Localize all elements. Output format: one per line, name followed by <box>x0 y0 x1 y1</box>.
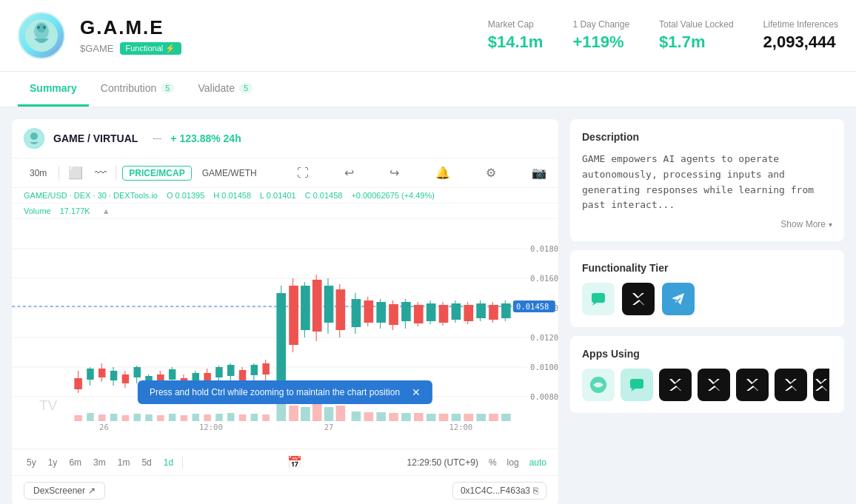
camera-btn[interactable]: 📷 <box>532 166 546 180</box>
svg-rect-128 <box>489 414 498 421</box>
inferences-label: Lifetime Inferences <box>763 19 838 30</box>
svg-rect-115 <box>324 407 334 421</box>
app-icon-5[interactable] <box>736 369 769 401</box>
fullscreen-btn[interactable]: ⛶ <box>297 167 309 180</box>
apps-title: Apps Using <box>582 348 832 360</box>
volume-label: Volume <box>24 206 51 215</box>
time-1m[interactable]: 1m <box>115 456 133 469</box>
svg-rect-87 <box>464 305 473 321</box>
svg-text:0.008000: 0.008000 <box>530 392 558 401</box>
dexscreener-button[interactable]: DexScreener ↗ <box>24 482 105 500</box>
app-icon-partial[interactable] <box>813 369 829 401</box>
svg-rect-99 <box>133 414 140 421</box>
chart-footer: DexScreener ↗ 0x1C4C...F463a3 ⎘ <box>12 475 558 504</box>
day-change-label: 1 Day Change <box>572 19 629 30</box>
svg-rect-96 <box>98 414 105 421</box>
svg-rect-94 <box>74 415 82 421</box>
tab-summary[interactable]: Summary <box>18 72 89 107</box>
time-6m[interactable]: 6m <box>66 456 84 469</box>
auto-btn[interactable]: auto <box>529 457 546 468</box>
svg-text:0.01600: 0.01600 <box>530 274 558 283</box>
description-text: GAME empowers AI agents to operate auton… <box>582 152 832 213</box>
chart-header: GAME / VIRTUAL --- + 123.88% 24h <box>12 119 558 158</box>
header-stats: Market Cap $14.1m 1 Day Change +119% Tot… <box>488 19 838 52</box>
tab-contribution[interactable]: Contribution 5 <box>89 72 187 107</box>
tooltip-close-btn[interactable]: ✕ <box>412 386 421 398</box>
svg-point-6 <box>30 132 38 140</box>
game-weth-btn[interactable]: GAME/WETH <box>198 167 261 180</box>
scroll-up-btn[interactable]: ▲ <box>102 206 110 215</box>
svg-text:0.01200: 0.01200 <box>530 333 558 342</box>
tab-validate[interactable]: Validate 5 <box>186 72 264 107</box>
description-title: Description <box>582 131 832 143</box>
svg-rect-107 <box>227 413 234 421</box>
undo-btn[interactable]: ↩ <box>344 166 354 180</box>
ohlc-close: C 0.01458 <box>305 191 343 200</box>
description-card: Description GAME empowers AI agents to o… <box>570 119 844 241</box>
svg-rect-112 <box>289 406 298 421</box>
svg-rect-127 <box>476 414 486 421</box>
svg-rect-27 <box>98 369 105 377</box>
log-btn[interactable]: log <box>507 457 519 468</box>
alert-btn[interactable]: 🔔 <box>435 166 450 180</box>
svg-rect-111 <box>276 403 286 421</box>
contract-address: 0x1C4C...F463a3 <box>461 485 530 496</box>
svg-rect-102 <box>169 414 175 421</box>
price-mcap-btn[interactable]: PRICE/MCAP <box>122 166 191 181</box>
svg-rect-79 <box>414 305 424 323</box>
app-icon-2[interactable] <box>621 369 653 401</box>
time-5d[interactable]: 5d <box>138 456 154 469</box>
chart-pair: GAME / VIRTUAL <box>53 132 138 144</box>
svg-rect-47 <box>215 367 222 377</box>
tier-icon-x[interactable] <box>622 283 655 315</box>
svg-rect-81 <box>427 303 436 321</box>
right-panel: Description GAME empowers AI agents to o… <box>570 119 844 504</box>
page-header: G.A.M.E $GAME Functional ⚡ Market Cap $1… <box>0 0 856 72</box>
svg-rect-69 <box>352 299 361 327</box>
svg-rect-101 <box>157 415 164 421</box>
svg-rect-116 <box>336 406 346 421</box>
svg-marker-138 <box>592 303 597 306</box>
svg-rect-39 <box>169 369 175 380</box>
svg-marker-141 <box>631 389 635 392</box>
contract-button[interactable]: 0x1C4C...F463a3 ⎘ <box>452 482 546 500</box>
badge-label: Functional ⚡ <box>126 44 176 53</box>
stat-inferences: Lifetime Inferences 2,093,444 <box>763 19 838 52</box>
dexscreener-label: DexScreener <box>33 485 85 496</box>
tier-icon-chat[interactable] <box>582 283 615 315</box>
timeframe-btn[interactable]: 30m <box>24 166 53 181</box>
project-ticker: $GAME <box>80 43 114 54</box>
svg-rect-129 <box>501 414 511 421</box>
project-title: G.A.M.E <box>80 16 473 39</box>
time-1y[interactable]: 1y <box>45 456 61 469</box>
svg-rect-104 <box>193 414 199 421</box>
svg-rect-137 <box>592 293 605 303</box>
show-more-button[interactable]: Show More ▾ <box>582 219 832 229</box>
svg-rect-89 <box>476 303 486 318</box>
svg-rect-119 <box>376 412 386 421</box>
chart-type-indicator[interactable]: 〰 <box>92 165 110 181</box>
percent-btn[interactable]: % <box>489 457 497 468</box>
day-change-value: +119% <box>572 33 629 52</box>
app-icon-3[interactable] <box>659 369 692 401</box>
time-3m[interactable]: 3m <box>90 456 109 469</box>
market-cap-value: $14.1m <box>488 33 544 52</box>
app-icon-6[interactable] <box>775 369 807 401</box>
time-5y[interactable]: 5y <box>24 456 39 469</box>
redo-btn[interactable]: ↪ <box>389 166 399 180</box>
calendar-icon[interactable]: 📅 <box>287 455 302 469</box>
time-1d[interactable]: 1d <box>161 456 176 469</box>
chart-type-candle[interactable]: ⬜ <box>65 164 86 181</box>
tab-contribution-badge: 5 <box>161 83 174 93</box>
app-icon-1[interactable] <box>582 369 615 401</box>
market-cap-label: Market Cap <box>488 19 544 30</box>
svg-rect-73 <box>376 302 386 323</box>
tier-icon-telegram[interactable] <box>662 283 695 315</box>
app-icon-4[interactable] <box>698 369 730 401</box>
tvl-label: Total Value Locked <box>659 19 734 30</box>
settings-btn[interactable]: ⚙ <box>486 166 496 180</box>
svg-rect-85 <box>452 303 461 320</box>
tab-contribution-label: Contribution <box>101 82 157 94</box>
chart-svg-area[interactable]: 0.01800 0.01600 0.01400 0.01200 0.01000 … <box>12 219 558 448</box>
external-link-icon: ↗ <box>88 485 96 496</box>
